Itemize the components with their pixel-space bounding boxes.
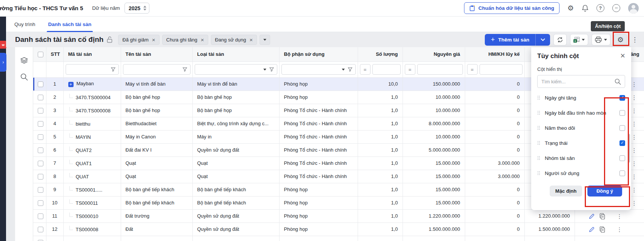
- more-options-icon[interactable]: ···: [612, 4, 620, 12]
- toolbar-more-button[interactable]: ⋮: [630, 36, 639, 44]
- filter-chip-chua-ghi-tang[interactable]: Chưa ghi tăng ×: [162, 35, 208, 45]
- row-menu-icon[interactable]: ⋮: [632, 134, 637, 141]
- row-checkbox[interactable]: [38, 213, 43, 219]
- search-icon[interactable]: [20, 73, 28, 81]
- default-button[interactable]: Mặc định: [550, 186, 582, 196]
- settings-gear-icon[interactable]: ⚙: [567, 5, 574, 12]
- drag-handle-icon[interactable]: [537, 156, 540, 160]
- print-button[interactable]: [592, 34, 610, 46]
- column-toggle-checkbox[interactable]: [619, 110, 625, 116]
- row-menu-icon[interactable]: ⋮: [632, 200, 637, 207]
- column-toggle-item[interactable]: Ngày bắt đầu tính hao mòn: [531, 105, 631, 120]
- filter-so-luong-operator[interactable]: =: [360, 64, 370, 75]
- add-asset-button[interactable]: + Thêm tài sản: [485, 34, 535, 46]
- col-ma-tai-san[interactable]: Mã tài sản: [63, 47, 121, 61]
- col-hm-kh-luy-ke[interactable]: HM/KH lũy kế: [465, 47, 524, 61]
- filter-loai-tai-san[interactable]: [195, 64, 277, 75]
- column-search-input[interactable]: Tìm kiếm...: [537, 75, 625, 88]
- panel-scrollbar[interactable]: [628, 134, 630, 163]
- column-toggle-item[interactable]: Trạng thái: [531, 135, 631, 150]
- drag-handle-icon[interactable]: [537, 126, 540, 130]
- filter-bo-phan-su-dung[interactable]: [281, 64, 356, 75]
- row-checkbox[interactable]: [38, 95, 43, 100]
- filter-chip-da-ghi-giam[interactable]: Đã ghi giảm ×: [118, 35, 159, 45]
- row-menu-icon[interactable]: ⋮: [632, 107, 637, 114]
- col-bo-phan-su-dung[interactable]: Bộ phận sử dụng: [279, 47, 358, 61]
- filter-dropdown-button[interactable]: [260, 35, 270, 45]
- row-menu-icon[interactable]: ⋮: [632, 187, 637, 193]
- filter-ma-tai-san[interactable]: [66, 64, 119, 75]
- column-toggle-item[interactable]: Năm theo dõi: [531, 120, 631, 135]
- row-checkbox[interactable]: [38, 187, 43, 193]
- export-excel-button[interactable]: x: [570, 34, 588, 46]
- col-stt[interactable]: STT: [46, 47, 63, 61]
- column-toggle-item[interactable]: Nhóm tài sản: [531, 150, 631, 166]
- layers-icon[interactable]: [20, 57, 28, 65]
- table-row[interactable]: 11TS000010Đất trườngQuyền sử dụng đấtPhò…: [33, 209, 644, 223]
- select-all-checkbox[interactable]: [38, 52, 43, 57]
- column-toggle-item[interactable]: Người sử dụng: [531, 166, 631, 181]
- row-menu-icon[interactable]: ⋮: [632, 160, 637, 167]
- filter-so-luong[interactable]: [372, 64, 401, 75]
- copy-icon[interactable]: [599, 226, 605, 233]
- drag-handle-icon[interactable]: [537, 95, 540, 100]
- edit-pencil-icon[interactable]: [589, 213, 595, 220]
- row-checkbox[interactable]: [38, 81, 43, 87]
- tab-danh-sach-tai-san[interactable]: Danh sách tài sản: [48, 17, 92, 32]
- row-menu-icon[interactable]: ⋮: [632, 121, 637, 127]
- row-checkbox[interactable]: [38, 147, 43, 153]
- notifications-bell-icon[interactable]: [582, 5, 589, 12]
- filter-ten-tai-san[interactable]: [123, 64, 191, 75]
- lock-open-icon[interactable]: [107, 36, 113, 43]
- row-menu-icon[interactable]: ⋮: [632, 94, 637, 101]
- drag-handle-icon[interactable]: [537, 141, 540, 145]
- sidebar-expand-button[interactable]: ›: [0, 53, 6, 72]
- column-toggle-checkbox[interactable]: [619, 95, 625, 101]
- column-toggle-checkbox[interactable]: [619, 170, 625, 176]
- col-so-luong[interactable]: Số lượng: [358, 47, 403, 61]
- refresh-button[interactable]: [553, 34, 567, 46]
- close-icon[interactable]: ×: [620, 52, 625, 59]
- drag-handle-icon[interactable]: [537, 111, 540, 115]
- add-asset-dropdown-button[interactable]: [535, 34, 550, 46]
- row-checkbox[interactable]: [38, 108, 43, 114]
- chip-close-icon[interactable]: ×: [249, 37, 253, 43]
- row-menu-icon[interactable]: ⋮: [632, 147, 637, 154]
- row-checkbox[interactable]: [38, 161, 43, 166]
- filter-chip-dang-su-dung[interactable]: Đang sử dụng ×: [211, 35, 257, 45]
- chip-close-icon[interactable]: ×: [152, 37, 155, 43]
- col-loai-tai-san[interactable]: Loại tài sản: [192, 47, 279, 61]
- year-select[interactable]: 2025: [124, 3, 149, 14]
- filter-hm-kh-luy-ke[interactable]: [480, 64, 523, 75]
- chip-close-icon[interactable]: ×: [201, 37, 204, 43]
- column-toggle-checkbox[interactable]: [619, 155, 625, 161]
- drag-handle-icon[interactable]: [537, 171, 540, 175]
- column-toggle-checkbox[interactable]: [619, 125, 625, 131]
- table-row[interactable]: 12TS000008ĐấtQuyền sử dụng đấtPhòng họp1…: [33, 223, 644, 236]
- row-menu-icon[interactable]: ⋮: [617, 213, 622, 220]
- column-toggle-checkbox[interactable]: [619, 140, 625, 146]
- col-ten-tai-san[interactable]: Tên tài sản: [121, 47, 192, 61]
- row-checkbox[interactable]: [38, 200, 43, 206]
- row-checkbox[interactable]: [38, 134, 43, 140]
- filter-hm-kh-luy-ke-operator[interactable]: =: [467, 64, 478, 75]
- row-checkbox[interactable]: [38, 227, 43, 232]
- filter-funnel-icon[interactable]: [183, 67, 187, 72]
- col-nguyen-gia[interactable]: Nguyên giá: [403, 47, 465, 61]
- filter-nguyen-gia-operator[interactable]: =: [405, 64, 415, 75]
- row-checkbox[interactable]: [38, 121, 43, 127]
- column-toggle-item[interactable]: Ngày ghi tăng: [531, 90, 631, 105]
- filter-funnel-icon[interactable]: [269, 67, 274, 72]
- ok-button[interactable]: Đồng ý: [587, 186, 622, 196]
- row-checkbox[interactable]: [38, 174, 43, 180]
- row-menu-icon[interactable]: ⋮: [632, 173, 637, 180]
- edit-pencil-icon[interactable]: [589, 227, 595, 233]
- filter-funnel-icon[interactable]: [348, 67, 352, 72]
- normalize-assets-button[interactable]: Chuẩn hóa dữ liệu tài sản công: [464, 2, 559, 14]
- row-checkbox[interactable]: [38, 240, 43, 241]
- filter-funnel-icon[interactable]: [111, 67, 115, 72]
- row-menu-icon[interactable]: ⋮: [632, 81, 637, 88]
- expand-plus-icon[interactable]: +: [68, 82, 74, 87]
- help-icon[interactable]: ?: [596, 4, 604, 12]
- tab-quy-trinh[interactable]: Quy trình: [14, 17, 35, 32]
